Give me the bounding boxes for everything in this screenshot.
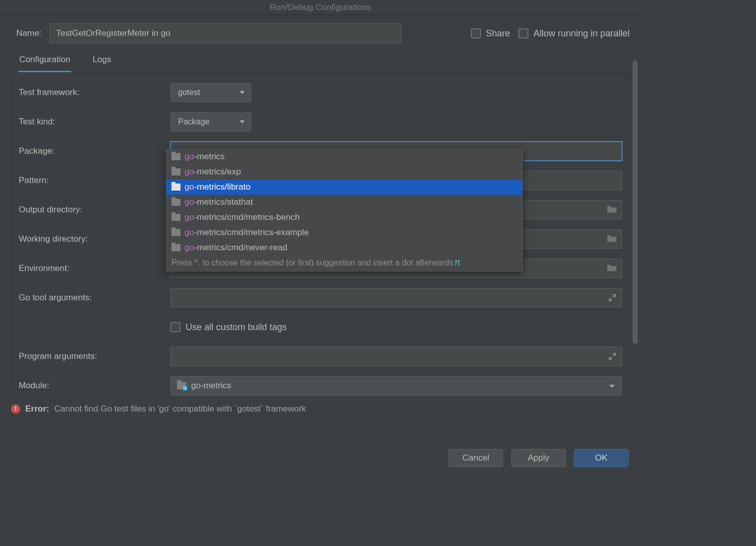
scrollbar-thumb[interactable]: [633, 61, 638, 344]
browse-folder-icon[interactable]: [606, 205, 617, 214]
cancel-button[interactable]: Cancel: [449, 449, 503, 467]
autocomplete-item[interactable]: go-metrics/stathat: [166, 195, 522, 210]
autocomplete-item[interactable]: go-metrics/librato: [166, 179, 522, 195]
module-icon: [177, 382, 186, 389]
apply-button[interactable]: Apply: [511, 449, 566, 467]
tabs: Configuration Logs: [0, 48, 641, 72]
go-tool-args-input[interactable]: [170, 288, 622, 307]
checkbox-icon: [471, 28, 481, 38]
tab-logs[interactable]: Logs: [92, 51, 112, 72]
folder-icon: [171, 184, 181, 191]
checkbox-icon: [518, 28, 528, 38]
output-dir-label: Output directory:: [19, 205, 170, 215]
program-args-label: Program arguments:: [19, 351, 170, 361]
folder-icon: [171, 153, 181, 160]
name-label: Name:: [16, 28, 41, 38]
folder-icon: [171, 244, 181, 251]
folder-icon: [171, 229, 181, 236]
share-label: Share: [486, 28, 510, 39]
use-custom-tags-label: Use all custom build tags: [186, 322, 287, 333]
folder-icon: [171, 199, 181, 206]
test-framework-label: Test framework:: [19, 87, 170, 98]
tab-configuration[interactable]: Configuration: [18, 51, 71, 72]
parallel-checkbox[interactable]: Allow running in parallel: [518, 28, 630, 39]
browse-folder-icon[interactable]: [606, 263, 617, 272]
use-custom-tags-checkbox[interactable]: Use all custom build tags: [170, 322, 287, 333]
folder-icon: [171, 168, 181, 175]
module-label: Module:: [19, 381, 170, 391]
autocomplete-item[interactable]: go-metrics/cmd/never-read: [166, 240, 522, 255]
parallel-label: Allow running in parallel: [533, 28, 630, 39]
expand-icon[interactable]: [608, 294, 616, 304]
error-icon: !: [11, 404, 20, 414]
name-row: Name: Share Allow running in parallel: [0, 15, 641, 48]
dialog-buttons: Cancel Apply OK: [449, 449, 629, 467]
environment-label: Environment:: [19, 263, 170, 274]
test-kind-label: Test kind:: [19, 117, 170, 127]
name-input[interactable]: [50, 23, 402, 43]
expand-icon[interactable]: [608, 352, 616, 363]
error-message: Cannot find Go test files in 'go' compat…: [54, 404, 306, 414]
autocomplete-item[interactable]: go-metrics: [166, 149, 522, 164]
package-label: Package:: [19, 146, 170, 156]
autocomplete-hint: Press ^. to choose the selected (or firs…: [166, 255, 522, 271]
ok-button[interactable]: OK: [574, 449, 629, 467]
share-checkbox[interactable]: Share: [471, 28, 510, 39]
autocomplete-popup: go-metricsgo-metrics/expgo-metrics/libra…: [166, 149, 523, 271]
pattern-label: Pattern:: [19, 175, 170, 186]
program-args-input[interactable]: [170, 347, 622, 366]
test-kind-select[interactable]: Package: [170, 112, 251, 131]
scrollbar[interactable]: [633, 61, 638, 364]
dialog-title: Run/Debug Configurations: [0, 0, 641, 15]
autocomplete-item[interactable]: go-metrics/exp: [166, 164, 522, 179]
module-select[interactable]: go-metrics: [170, 376, 622, 395]
config-panel: Test framework: gotest Test kind: Packag…: [11, 72, 630, 390]
checkbox-icon: [170, 322, 181, 332]
error-label: Error:: [25, 404, 49, 414]
test-framework-select[interactable]: gotest: [170, 83, 251, 102]
autocomplete-item[interactable]: go-metrics/cmd/metrics-bench: [166, 210, 522, 225]
pi-icon: π: [454, 257, 460, 268]
go-tool-args-label: Go tool arguments:: [19, 293, 170, 303]
working-dir-label: Working directory:: [19, 234, 170, 244]
folder-icon: [171, 214, 181, 221]
browse-folder-icon[interactable]: [606, 234, 617, 243]
autocomplete-item[interactable]: go-metrics/cmd/metrics-example: [166, 225, 522, 240]
